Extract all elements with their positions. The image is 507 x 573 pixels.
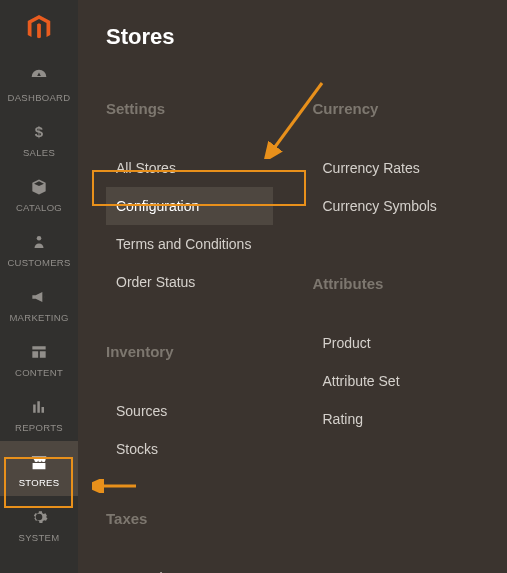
stores-flyout-panel: Stores Settings All Stores Configuration… (78, 0, 507, 573)
group-heading: Taxes (106, 510, 273, 527)
menu-item-order-status[interactable]: Order Status (106, 263, 273, 301)
menu-item-rating[interactable]: Rating (313, 400, 480, 438)
gear-icon (28, 506, 50, 528)
layout-icon (28, 341, 50, 363)
menu-item-currency-rates[interactable]: Currency Rates (313, 149, 480, 187)
menu-item-stocks[interactable]: Stocks (106, 430, 273, 468)
menu-item-tax-rules[interactable]: Tax Rules (106, 559, 273, 573)
menu-item-currency-symbols[interactable]: Currency Symbols (313, 187, 480, 225)
nav-catalog[interactable]: CATALOG (0, 166, 78, 221)
nav-label: MARKETING (9, 312, 68, 323)
page-title: Stores (106, 24, 479, 50)
nav-label: STORES (19, 477, 60, 488)
menu-item-attribute-set[interactable]: Attribute Set (313, 362, 480, 400)
flyout-column-2: Currency Currency Rates Currency Symbols… (313, 100, 480, 573)
menu-group-taxes: Taxes Tax Rules (106, 510, 273, 573)
megaphone-icon (28, 286, 50, 308)
menu-item-configuration[interactable]: Configuration (106, 187, 273, 225)
magento-logo (0, 0, 78, 56)
dashboard-icon (28, 66, 50, 88)
nav-label: REPORTS (15, 422, 63, 433)
menu-group-attributes: Attributes Product Attribute Set Rating (313, 275, 480, 438)
nav-customers[interactable]: CUSTOMERS (0, 221, 78, 276)
nav-label: CUSTOMERS (7, 257, 70, 268)
svg-point-1 (37, 236, 42, 241)
menu-item-all-stores[interactable]: All Stores (106, 149, 273, 187)
group-heading: Settings (106, 100, 273, 117)
bar-chart-icon (28, 396, 50, 418)
nav-label: DASHBOARD (8, 92, 71, 103)
dollar-icon: $ (28, 121, 50, 143)
menu-item-terms-and-conditions[interactable]: Terms and Conditions (106, 225, 273, 263)
nav-label: SYSTEM (19, 532, 60, 543)
left-sidebar: DASHBOARD $ SALES CATALOG CUSTOMERS MARK… (0, 0, 78, 573)
nav-reports[interactable]: REPORTS (0, 386, 78, 441)
group-heading: Inventory (106, 343, 273, 360)
nav-marketing[interactable]: MARKETING (0, 276, 78, 331)
group-heading: Attributes (313, 275, 480, 292)
magento-logo-icon (24, 13, 54, 43)
nav-label: SALES (23, 147, 55, 158)
menu-item-sources[interactable]: Sources (106, 392, 273, 430)
nav-content[interactable]: CONTENT (0, 331, 78, 386)
flyout-column-1: Settings All Stores Configuration Terms … (106, 100, 273, 573)
nav-label: CATALOG (16, 202, 62, 213)
person-icon (28, 231, 50, 253)
menu-group-currency: Currency Currency Rates Currency Symbols (313, 100, 480, 225)
nav-stores[interactable]: STORES (0, 441, 78, 496)
menu-item-product[interactable]: Product (313, 324, 480, 362)
nav-dashboard[interactable]: DASHBOARD (0, 56, 78, 111)
menu-group-settings: Settings All Stores Configuration Terms … (106, 100, 273, 301)
box-icon (28, 176, 50, 198)
group-heading: Currency (313, 100, 480, 117)
menu-group-inventory: Inventory Sources Stocks (106, 343, 273, 468)
svg-text:$: $ (35, 123, 44, 140)
nav-label: CONTENT (15, 367, 63, 378)
store-icon (28, 451, 50, 473)
nav-system[interactable]: SYSTEM (0, 496, 78, 551)
nav-sales[interactable]: $ SALES (0, 111, 78, 166)
